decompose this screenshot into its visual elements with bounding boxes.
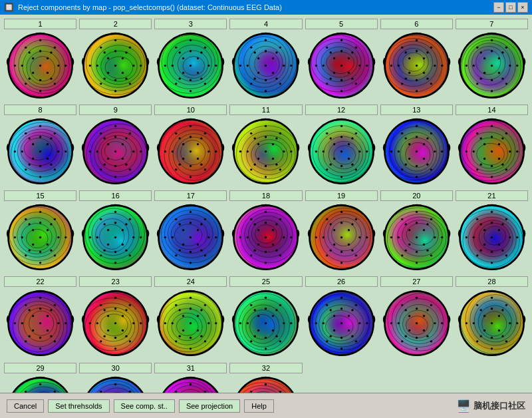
comp-label-28[interactable]: 28 — [456, 276, 528, 287]
topo-map-30[interactable] — [79, 373, 152, 393]
svg-point-858 — [483, 329, 485, 331]
svg-point-737 — [207, 322, 209, 324]
svg-point-667 — [25, 341, 27, 343]
svg-point-759 — [279, 304, 281, 306]
svg-point-324 — [251, 132, 253, 134]
topo-map-19[interactable] — [305, 201, 378, 274]
comp-label-15[interactable]: 15 — [4, 190, 76, 201]
topo-map-14[interactable] — [456, 115, 528, 188]
comp-label-7[interactable]: 7 — [456, 19, 528, 29]
topo-map-28[interactable] — [456, 287, 528, 359]
svg-point-354 — [366, 150, 368, 152]
svg-point-136 — [315, 65, 317, 67]
comp-label-31[interactable]: 31 — [154, 363, 227, 373]
svg-point-508 — [164, 236, 166, 238]
svg-point-121 — [276, 51, 278, 53]
comp-label-8[interactable]: 8 — [4, 104, 76, 115]
comp-label-19[interactable]: 19 — [305, 190, 378, 201]
svg-point-45 — [100, 47, 102, 49]
comp-label-20[interactable]: 20 — [380, 190, 453, 201]
topo-map-25[interactable] — [229, 287, 302, 359]
comp-label-4[interactable]: 4 — [229, 19, 302, 29]
comp-label-22[interactable]: 22 — [4, 276, 76, 287]
topo-map-6[interactable] — [380, 29, 453, 102]
svg-point-385 — [441, 150, 443, 152]
comp-label-13[interactable]: 13 — [380, 104, 453, 115]
comp-label-1[interactable]: 1 — [4, 19, 76, 29]
comp-label-14[interactable]: 14 — [456, 104, 528, 115]
thresholds-button[interactable]: Set threhsolds — [48, 399, 109, 413]
topo-map-29[interactable] — [4, 373, 76, 393]
topo-map-5[interactable] — [305, 29, 378, 102]
topo-map-16[interactable] — [79, 201, 152, 274]
comp-label-12[interactable]: 12 — [305, 104, 378, 115]
topo-map-4[interactable] — [229, 29, 302, 102]
maximize-button[interactable]: □ — [505, 2, 516, 13]
help-button[interactable]: Help — [244, 399, 274, 413]
svg-point-825 — [408, 315, 410, 317]
topo-map-1[interactable] — [4, 29, 76, 102]
svg-point-26 — [39, 79, 41, 81]
comp-label-30[interactable]: 30 — [79, 363, 152, 373]
comp-label-9[interactable]: 9 — [79, 104, 152, 115]
comp-label-26[interactable]: 26 — [305, 276, 378, 287]
topo-map-24[interactable] — [154, 287, 227, 359]
comp-label-32[interactable]: 32 — [229, 363, 302, 373]
svg-point-228 — [39, 176, 41, 178]
comp-label-10[interactable]: 10 — [154, 104, 227, 115]
comp-label-6[interactable]: 6 — [380, 19, 453, 29]
topo-map-23[interactable] — [79, 287, 152, 359]
svg-point-270 — [122, 158, 124, 160]
topo-map-15[interactable] — [4, 201, 76, 274]
cancel-button[interactable]: Cancel — [7, 399, 44, 413]
comp-label-16[interactable]: 16 — [79, 190, 152, 201]
svg-point-179 — [434, 65, 436, 67]
svg-point-92 — [201, 78, 203, 80]
comp-label-27[interactable]: 27 — [380, 276, 453, 287]
topo-map-2[interactable] — [79, 29, 152, 102]
topo-map-31[interactable] — [154, 373, 227, 393]
topo-map-32[interactable] — [229, 373, 302, 393]
svg-point-211 — [491, 50, 493, 52]
close-button[interactable]: × — [517, 2, 528, 13]
svg-point-323 — [291, 150, 293, 152]
topo-map-3[interactable] — [154, 29, 227, 102]
comp-label-24[interactable]: 24 — [154, 276, 227, 287]
comp-label-17[interactable]: 17 — [154, 190, 227, 201]
topo-map-7[interactable] — [456, 29, 528, 102]
svg-point-210 — [509, 65, 511, 67]
svg-point-693 — [114, 348, 116, 350]
comp-label-25[interactable]: 25 — [229, 276, 302, 287]
svg-point-552 — [265, 222, 267, 224]
topo-map-9[interactable] — [79, 115, 152, 188]
topo-map-17[interactable] — [154, 201, 227, 274]
svg-point-850 — [516, 322, 518, 324]
see-comp-button[interactable]: See comp. st.. — [114, 399, 175, 413]
svg-point-708 — [114, 337, 116, 339]
see-projection-button[interactable]: See projection — [179, 399, 240, 413]
comp-label-23[interactable]: 23 — [79, 276, 152, 287]
topo-map-10[interactable] — [154, 115, 227, 188]
topo-map-27[interactable] — [380, 287, 453, 359]
comp-label-11[interactable]: 11 — [229, 104, 302, 115]
topo-map-12[interactable] — [305, 115, 378, 188]
comp-label-2[interactable]: 2 — [79, 19, 152, 29]
comp-label-3[interactable]: 3 — [154, 19, 227, 29]
svg-point-861 — [509, 322, 511, 324]
topo-map-11[interactable] — [229, 115, 302, 188]
comp-label-18[interactable]: 18 — [229, 190, 302, 201]
topo-map-21[interactable] — [456, 201, 528, 274]
topo-map-18[interactable] — [229, 201, 302, 274]
topo-map-13[interactable] — [380, 115, 453, 188]
topo-map-22[interactable] — [4, 287, 76, 359]
minimize-button[interactable]: − — [493, 2, 504, 13]
comp-label-29[interactable]: 29 — [4, 363, 76, 373]
svg-point-108 — [279, 47, 281, 49]
topo-map-26[interactable] — [305, 287, 378, 359]
topo-map-20[interactable] — [380, 201, 453, 274]
svg-point-638 — [491, 236, 493, 238]
svg-point-773 — [254, 335, 256, 337]
comp-label-5[interactable]: 5 — [305, 19, 378, 29]
comp-label-21[interactable]: 21 — [456, 190, 528, 201]
topo-map-8[interactable] — [4, 115, 76, 188]
